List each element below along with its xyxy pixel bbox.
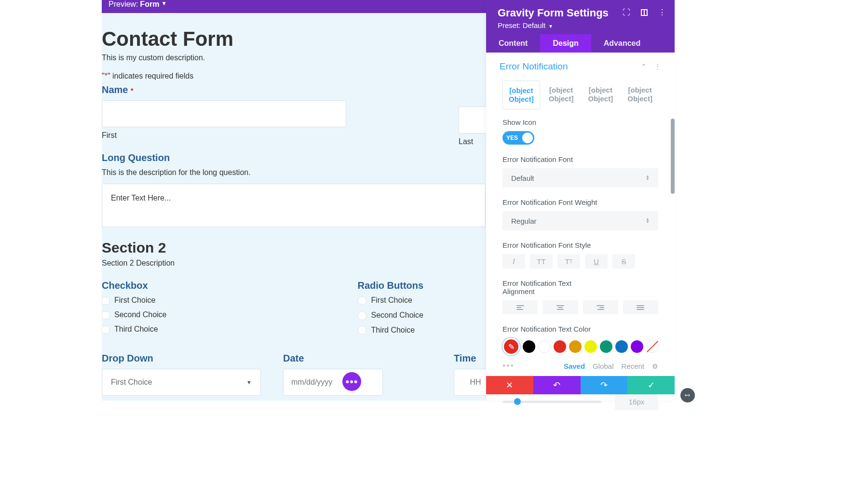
alignment-label: Error Notification Text Alignment bbox=[502, 279, 580, 296]
underline-button[interactable]: U bbox=[585, 254, 608, 269]
smallcaps-button[interactable]: TT bbox=[557, 254, 580, 269]
more-icon[interactable]: ⋮ bbox=[658, 8, 666, 17]
alignment-buttons bbox=[502, 300, 658, 314]
chevron-down-icon: ▼ bbox=[161, 0, 167, 7]
color-tab-global[interactable]: Global bbox=[593, 362, 613, 370]
color-picker-button[interactable]: ✎ bbox=[502, 338, 520, 355]
dropdown-select[interactable]: First Choice ▼ bbox=[102, 369, 261, 396]
section-more-icon[interactable]: ⋮ bbox=[654, 63, 661, 70]
show-icon-toggle[interactable]: YES bbox=[502, 131, 534, 145]
color-swatch[interactable] bbox=[631, 340, 643, 353]
strikethrough-button[interactable]: S bbox=[612, 254, 635, 269]
select-arrows-icon: ▲▼ bbox=[646, 175, 650, 181]
fab-more-button[interactable]: ••• bbox=[342, 372, 361, 391]
text-color-label: Error Notification Text Color bbox=[502, 325, 658, 333]
long-question-textarea[interactable]: Enter Text Here... bbox=[102, 184, 486, 227]
color-swatch[interactable] bbox=[584, 340, 597, 353]
text-size-input[interactable]: 16px bbox=[615, 393, 658, 410]
tab-design[interactable]: Design bbox=[540, 34, 591, 53]
align-justify-button[interactable] bbox=[623, 300, 658, 314]
checkbox-label: Checkbox bbox=[102, 280, 346, 291]
toggle-columns-icon[interactable] bbox=[641, 9, 648, 16]
text-size-slider[interactable] bbox=[502, 401, 601, 403]
font-label: Error Notification Font bbox=[502, 155, 658, 163]
checkbox-choice[interactable]: Second Choice bbox=[102, 310, 346, 319]
expand-handle[interactable]: ⤢ bbox=[678, 385, 698, 405]
date-input[interactable] bbox=[283, 369, 383, 396]
italic-button[interactable]: I bbox=[502, 254, 525, 269]
tab-content[interactable]: Content bbox=[486, 34, 540, 53]
align-center-button[interactable] bbox=[542, 300, 578, 314]
preview-mode: Form bbox=[140, 0, 159, 9]
font-select[interactable]: Default ▲▼ bbox=[502, 168, 658, 188]
font-style-label: Error Notification Font Style bbox=[502, 241, 658, 249]
color-swatch[interactable] bbox=[569, 340, 582, 353]
collapse-icon[interactable]: ⌃ bbox=[641, 63, 647, 70]
color-tab-recent[interactable]: Recent bbox=[621, 362, 644, 370]
undo-button[interactable]: ↶ bbox=[533, 376, 581, 394]
sub-tab[interactable]: [object Object] bbox=[502, 81, 540, 109]
gear-icon[interactable]: ⚙ bbox=[652, 363, 658, 370]
tab-advanced[interactable]: Advanced bbox=[591, 34, 653, 53]
show-icon-label: Show Icon bbox=[502, 118, 658, 126]
settings-panel: Gravity Form Settings Preset: Default ▼ … bbox=[486, 0, 675, 401]
date-label: Date bbox=[283, 353, 442, 364]
color-swatch[interactable] bbox=[538, 340, 551, 353]
preview-label: Preview: bbox=[108, 0, 138, 9]
checkbox-choice[interactable]: First Choice bbox=[102, 296, 346, 305]
color-swatch[interactable] bbox=[615, 340, 628, 353]
align-right-button[interactable] bbox=[583, 300, 618, 314]
align-left-button[interactable] bbox=[502, 300, 538, 314]
color-swatch-none[interactable] bbox=[646, 340, 659, 353]
uppercase-button[interactable]: TT bbox=[530, 254, 553, 269]
font-style-buttons: I TT TT U S bbox=[502, 254, 658, 269]
color-tab-saved[interactable]: Saved bbox=[564, 362, 585, 370]
color-swatch[interactable] bbox=[554, 340, 566, 353]
color-tabs: Saved Global Recent ⚙ bbox=[564, 362, 658, 370]
section-header[interactable]: Error Notification ⌃⋮ bbox=[486, 53, 675, 81]
save-button[interactable]: ✓ bbox=[627, 376, 675, 394]
chevron-down-icon: ▼ bbox=[246, 379, 252, 385]
main-tabs: Content Design Advanced bbox=[486, 34, 675, 53]
redo-button[interactable]: ↷ bbox=[581, 376, 628, 394]
select-arrows-icon: ▲▼ bbox=[646, 218, 650, 224]
color-swatches: ✎ bbox=[502, 338, 658, 355]
expand-icon[interactable]: ⛶ bbox=[623, 8, 630, 17]
close-button[interactable]: ✕ bbox=[486, 376, 533, 394]
section-title: Error Notification bbox=[500, 61, 568, 72]
panel-header: Gravity Form Settings Preset: Default ▼ … bbox=[486, 0, 675, 34]
sub-tabs: [object Object] [object Object] [object … bbox=[502, 81, 658, 109]
preview-bar[interactable]: Preview: Form ▼ bbox=[102, 0, 486, 13]
checkbox-choice[interactable]: Third Choice bbox=[102, 325, 346, 334]
font-weight-label: Error Notification Font Weight bbox=[502, 198, 658, 206]
more-colors-icon[interactable]: ••• bbox=[502, 361, 515, 371]
sub-tab[interactable]: [object Object] bbox=[622, 81, 658, 109]
font-weight-select[interactable]: Regular ▲▼ bbox=[502, 211, 658, 230]
dropdown-label: Drop Down bbox=[102, 353, 271, 364]
action-bar: ✕ ↶ ↷ ✓ bbox=[486, 376, 675, 394]
color-swatch[interactable] bbox=[523, 340, 535, 353]
scrollbar-thumb[interactable] bbox=[671, 119, 675, 194]
panel-preset[interactable]: Preset: Default ▼ bbox=[498, 21, 663, 29]
color-swatch[interactable] bbox=[600, 340, 612, 353]
sub-tab[interactable]: [object Object] bbox=[543, 81, 580, 109]
sub-tab[interactable]: [object Object] bbox=[583, 81, 619, 109]
eyedropper-icon: ✎ bbox=[508, 342, 515, 351]
